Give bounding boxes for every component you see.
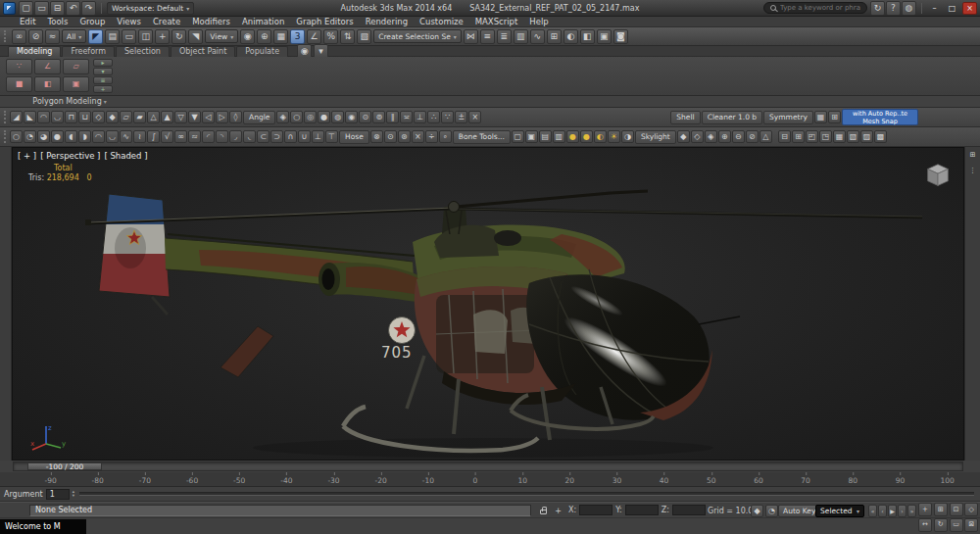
tool-icon[interactable]: △ <box>760 130 772 143</box>
material-editor-icon[interactable]: ◐ <box>564 29 578 44</box>
use-pivot-point-center-icon[interactable]: ◉ <box>240 29 255 44</box>
cleaner-button[interactable]: Cleaner 1.0 b <box>702 111 762 124</box>
tool-icon[interactable]: ▩ <box>874 130 887 143</box>
menu-animation[interactable]: Animation <box>236 17 290 27</box>
render-production-icon[interactable]: ◙ <box>613 29 628 44</box>
sky-light-icon[interactable]: ◑ <box>621 130 634 143</box>
x-field[interactable] <box>579 505 612 515</box>
tool-icon[interactable]: ● <box>318 111 330 123</box>
tool-icon[interactable]: ◈ <box>276 111 289 123</box>
ribbon-tab-modeling[interactable]: Modeling <box>8 46 61 57</box>
tool-icon[interactable]: ◝ <box>216 130 228 143</box>
rectangular-selection-region-icon[interactable]: ▭ <box>122 29 136 44</box>
tool-icon[interactable]: ⊕ <box>718 130 731 143</box>
tool-icon[interactable]: ◞ <box>229 130 242 143</box>
hose-button[interactable]: Hose <box>339 130 369 144</box>
tool-icon[interactable]: ◠ <box>37 111 50 123</box>
tool-icon[interactable]: ⊃ <box>270 130 283 143</box>
timeline-ruler[interactable]: -90-80-70-60-50-40-30-20-100102030405060… <box>0 472 980 487</box>
absolute-mode-toggle-icon[interactable] <box>552 505 564 517</box>
tool-icon[interactable]: ▤ <box>539 130 552 143</box>
layer-manager-icon[interactable]: ≣ <box>497 29 512 44</box>
tool-icon[interactable]: ◉ <box>345 111 358 123</box>
time-slider-handle[interactable]: -100 / 200 <box>27 462 102 470</box>
tool-icon[interactable]: ÷ <box>425 130 438 143</box>
tool-icon[interactable]: ▱ <box>120 111 132 123</box>
time-configuration-icon[interactable]: ◔ <box>765 505 778 517</box>
keyboard-shortcut-override-icon[interactable]: ▦ <box>273 29 288 44</box>
ribbon-tab-object-paint[interactable]: Object Paint <box>171 46 235 57</box>
go-to-start-button[interactable]: « <box>868 505 877 517</box>
search-input[interactable] <box>780 4 860 12</box>
reference-coordinate-system-dropdown[interactable]: View <box>205 29 238 43</box>
tool-icon[interactable]: ⊔ <box>78 111 91 123</box>
tool-icon[interactable]: ▼ <box>188 111 201 123</box>
sync-icon[interactable]: ↻ <box>870 1 885 16</box>
tool-icon[interactable]: ∘ <box>439 130 452 143</box>
tool-icon[interactable]: ⊙ <box>359 111 371 123</box>
tool-icon[interactable]: ⊗ <box>370 130 383 143</box>
menu-rendering[interactable]: Rendering <box>360 17 414 27</box>
search-box[interactable] <box>763 2 867 14</box>
tool-icon[interactable]: ≀ <box>133 130 146 143</box>
zoom-icon[interactable]: + <box>918 503 932 516</box>
tool-icon[interactable]: ∵ <box>441 111 454 123</box>
tool-icon[interactable]: ≈ <box>188 130 201 143</box>
selection-set-dropdown[interactable]: Selected <box>815 505 864 517</box>
minimize-button[interactable] <box>927 2 942 15</box>
tool-icon[interactable]: ∥ <box>386 111 399 123</box>
tool-icon[interactable]: ▦ <box>833 130 846 143</box>
mirror-icon[interactable]: ⋈ <box>464 29 478 44</box>
workspace-dropdown[interactable]: Workspace: Default <box>107 2 194 15</box>
tool-icon[interactable]: ∫ <box>147 130 160 143</box>
tool-icon[interactable]: ◈ <box>705 130 717 143</box>
tool-icon[interactable]: ◣ <box>24 111 36 123</box>
tool-icon[interactable]: ⊥ <box>312 130 324 143</box>
help-menu-icon[interactable]: ? <box>886 1 901 16</box>
open-file-icon[interactable]: ▭ <box>34 1 49 16</box>
track-bar[interactable] <box>79 492 974 496</box>
curve-editor-icon[interactable]: ∿ <box>530 29 545 44</box>
tool-icon[interactable]: ▦ <box>814 111 827 123</box>
tool-icon[interactable]: × <box>468 111 481 123</box>
ribbon-tab-freeform[interactable]: Freeform <box>62 46 115 57</box>
menu-edit[interactable]: Edit <box>14 17 41 27</box>
notifications-icon[interactable]: ◍ <box>902 1 916 16</box>
tool-icon[interactable]: ◡ <box>51 111 64 123</box>
omni-light-icon[interactable]: ● <box>566 130 579 143</box>
argument-field[interactable]: 1 <box>46 489 70 500</box>
select-and-move-icon[interactable]: + <box>155 29 170 44</box>
go-to-end-button[interactable]: » <box>907 505 916 517</box>
tool-icon[interactable]: ◍ <box>331 111 344 123</box>
tool-icon[interactable]: ⊂ <box>257 130 270 143</box>
scroll-dots-icon[interactable]: ⋮ <box>967 165 979 176</box>
viewport-general-menu[interactable]: [ + ] <box>18 151 36 161</box>
tool-icon[interactable]: ∿ <box>120 130 132 143</box>
tool-icon[interactable]: ⊟ <box>778 130 791 143</box>
auto-repeat-mesh-snap-button[interactable]: with Auto Rep..te Mesh Snap <box>842 109 918 125</box>
edit-named-selection-sets-icon[interactable]: ▧ <box>357 29 371 44</box>
menu-graph-editors[interactable]: Graph Editors <box>290 17 359 27</box>
zoom-extents-icon[interactable]: ⊡ <box>950 503 963 516</box>
unlink-selection-icon[interactable]: ⊘ <box>28 29 43 44</box>
tool-icon[interactable]: ◁ <box>202 111 215 123</box>
maximize-button[interactable] <box>945 2 959 15</box>
tool-icon[interactable]: ◗ <box>78 130 91 143</box>
viewport-shading-menu[interactable]: [ Shaded ] <box>104 151 147 161</box>
rendered-frame-window-icon[interactable]: ▣ <box>597 29 612 44</box>
tool-icon[interactable]: √ <box>161 130 173 143</box>
tool-icon[interactable]: ◜ <box>202 130 215 143</box>
undo-icon[interactable]: ↶ <box>66 1 80 16</box>
skylight-button[interactable]: Skylight <box>635 130 676 144</box>
tool-icon[interactable]: ± <box>455 111 467 123</box>
tool-icon[interactable]: ▽ <box>174 111 187 123</box>
tool-icon[interactable]: ∞ <box>174 130 187 143</box>
angle-snap-toggle-icon[interactable]: ∠ <box>307 29 321 44</box>
spinner-snap-toggle-icon[interactable]: ⇅ <box>340 29 355 44</box>
select-by-name-icon[interactable]: ▤ <box>105 29 120 44</box>
tool-icon[interactable]: ◡ <box>106 130 119 143</box>
tool-icon[interactable]: ⊤ <box>325 130 338 143</box>
field-of-view-icon[interactable]: ◇ <box>964 503 978 516</box>
tool-icon[interactable]: ▷ <box>216 111 228 123</box>
zoom-region-icon[interactable]: ▭ <box>950 518 963 532</box>
